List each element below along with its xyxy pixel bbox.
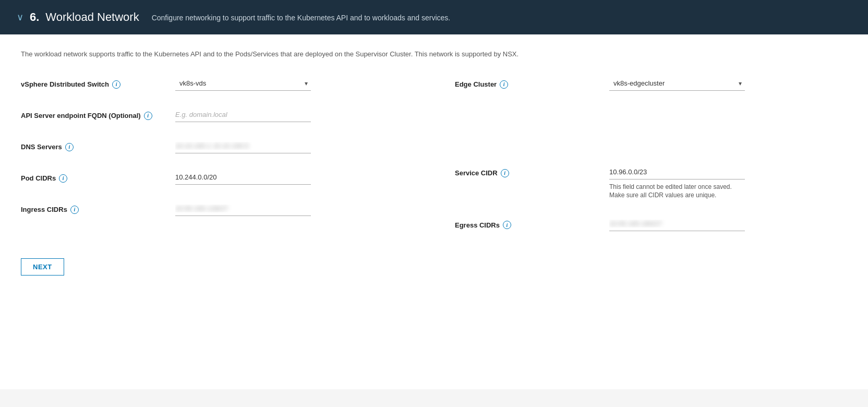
service-cidr-label: Service CIDR — [455, 169, 498, 177]
edge-cluster-select[interactable]: vk8s-edgecluster — [609, 76, 745, 91]
vsphere-distributed-switch-select[interactable]: vk8s-vds — [175, 76, 311, 91]
ingress-cidrs-row: Ingress CIDRs i — [21, 201, 413, 216]
vsphere-distributed-switch-row: vSphere Distributed Switch i vk8s-vds — [21, 76, 413, 91]
next-button[interactable]: NEXT — [21, 258, 64, 276]
pod-cidrs-field-wrapper — [175, 170, 413, 185]
dns-servers-row: DNS Servers i — [21, 139, 413, 153]
egress-cidrs-info-icon[interactable]: i — [503, 221, 511, 229]
step-title: Workload Network — [45, 10, 139, 24]
egress-cidrs-field-wrapper — [609, 217, 847, 231]
vsphere-distributed-switch-label-group: vSphere Distributed Switch i — [21, 76, 167, 89]
pod-cidrs-row: Pod CIDRs i — [21, 170, 413, 185]
step-number: 6. — [30, 10, 39, 24]
dns-servers-input[interactable] — [175, 139, 311, 153]
edge-cluster-row: Edge Cluster i vk8s-edgecluster — [455, 76, 847, 91]
dns-servers-label-group: DNS Servers i — [21, 139, 167, 151]
egress-cidrs-row: Egress CIDRs i — [455, 217, 847, 231]
edge-cluster-label: Edge Cluster — [455, 80, 497, 88]
intro-text: The workload network supports traffic to… — [21, 49, 847, 59]
service-cidr-info-icon[interactable]: i — [501, 169, 509, 177]
service-cidr-label-group: Service CIDR i — [455, 165, 601, 177]
edge-cluster-label-group: Edge Cluster i — [455, 76, 601, 89]
pod-cidrs-info-icon[interactable]: i — [59, 174, 67, 183]
chevron-icon[interactable]: ∨ — [17, 11, 23, 23]
vsphere-distributed-switch-select-wrapper: vk8s-vds — [175, 76, 311, 91]
pod-cidrs-label: Pod CIDRs — [21, 174, 56, 182]
ingress-cidrs-label-group: Ingress CIDRs i — [21, 201, 167, 214]
service-cidr-row: Service CIDR i This field cannot be edit… — [455, 165, 847, 200]
right-column: Edge Cluster i vk8s-edgecluster — [455, 76, 847, 248]
step-description: Configure networking to support traffic … — [152, 10, 451, 23]
edge-cluster-info-icon[interactable]: i — [500, 80, 508, 89]
api-server-fqdn-field-wrapper — [175, 107, 413, 122]
dns-servers-label: DNS Servers — [21, 143, 62, 151]
pod-cidrs-label-group: Pod CIDRs i — [21, 170, 167, 183]
edge-cluster-select-wrapper: vk8s-edgecluster — [609, 76, 745, 91]
ingress-cidrs-input[interactable] — [175, 201, 311, 216]
egress-cidrs-label: Egress CIDRs — [455, 221, 500, 229]
egress-cidrs-input[interactable] — [609, 217, 745, 231]
content-section: The workload network supports traffic to… — [0, 34, 868, 389]
dns-servers-field-wrapper — [175, 139, 413, 153]
page-wrapper: ∨ 6. Workload Network Configure networki… — [0, 0, 868, 407]
service-cidr-note: This field cannot be edited later once s… — [609, 183, 745, 200]
ingress-cidrs-info-icon[interactable]: i — [70, 206, 79, 214]
api-server-fqdn-label-group: API Server endpoint FQDN (Optional) i — [21, 107, 167, 120]
header-step: ∨ 6. Workload Network — [17, 10, 139, 24]
api-server-fqdn-label: API Server endpoint FQDN (Optional) — [21, 112, 141, 119]
egress-cidrs-label-group: Egress CIDRs i — [455, 217, 601, 229]
service-cidr-field-wrapper: This field cannot be edited later once s… — [609, 165, 847, 200]
edge-cluster-field-wrapper: vk8s-edgecluster — [609, 76, 847, 91]
api-server-fqdn-info-icon[interactable]: i — [144, 112, 152, 120]
api-server-fqdn-row: API Server endpoint FQDN (Optional) i — [21, 107, 413, 122]
ingress-cidrs-field-wrapper — [175, 201, 413, 216]
vsphere-distributed-switch-field-wrapper: vk8s-vds — [175, 76, 413, 91]
vsphere-distributed-switch-label: vSphere Distributed Switch — [21, 80, 109, 88]
dns-servers-info-icon[interactable]: i — [65, 143, 74, 151]
ingress-cidrs-label: Ingress CIDRs — [21, 206, 67, 213]
api-server-fqdn-input[interactable] — [175, 107, 311, 122]
form-grid: vSphere Distributed Switch i vk8s-vds — [21, 76, 847, 248]
service-cidr-input[interactable] — [609, 165, 745, 179]
left-column: vSphere Distributed Switch i vk8s-vds — [21, 76, 413, 248]
header-section: ∨ 6. Workload Network Configure networki… — [0, 0, 868, 34]
vsphere-distributed-switch-info-icon[interactable]: i — [112, 80, 120, 89]
pod-cidrs-input[interactable] — [175, 170, 311, 185]
